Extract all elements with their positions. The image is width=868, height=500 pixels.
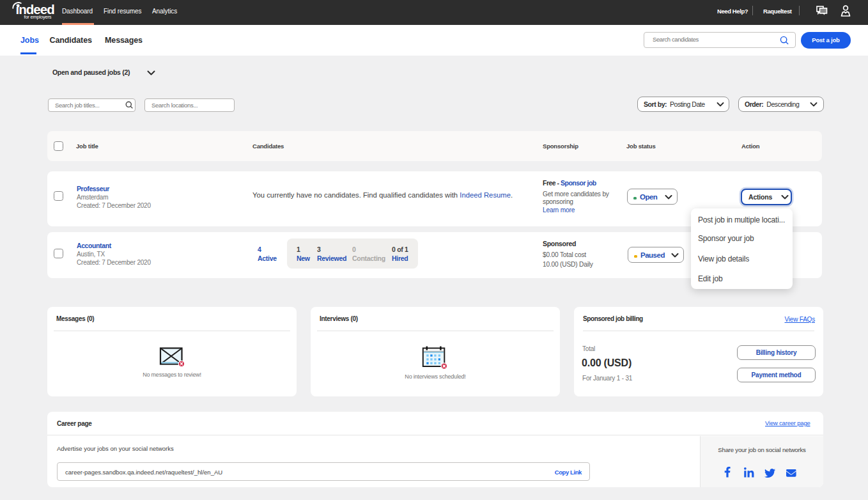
svg-text:for employers: for employers <box>24 14 52 20</box>
